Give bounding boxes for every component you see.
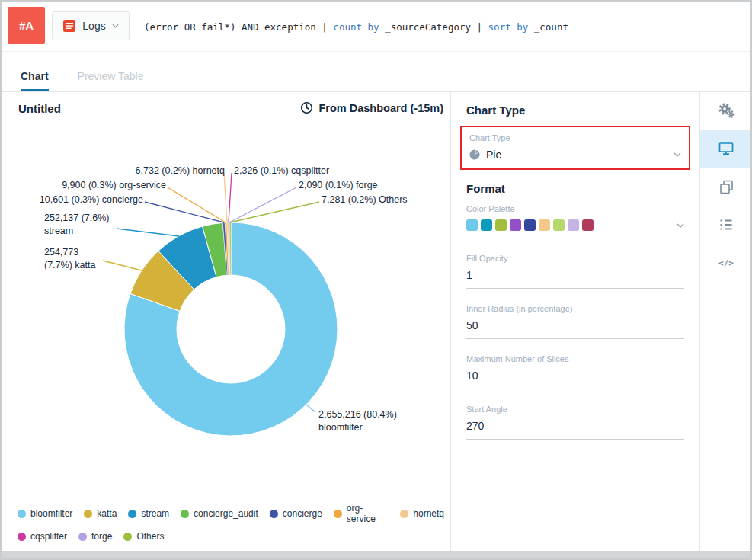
slice-label-org-service: 9,900 (0.3%) org-service bbox=[35, 179, 166, 192]
legend-dot bbox=[270, 510, 278, 518]
slice-label-Others: 7,281 (0.2%) Others bbox=[322, 194, 408, 206]
inner-radius-input[interactable]: 50 bbox=[466, 319, 684, 339]
start-angle-label: Start Angle bbox=[466, 405, 684, 414]
palette-swatch bbox=[466, 219, 478, 231]
panel-editor: #A Logs (error OR fail*) AND exception |… bbox=[0, 0, 752, 560]
slice-label-katta: 254,773(7.7%) katta bbox=[44, 246, 95, 272]
panel-badge: #A bbox=[8, 7, 45, 44]
start-angle-input[interactable]: 270 bbox=[466, 420, 684, 440]
tab-bar: Chart Preview Table bbox=[2, 51, 750, 91]
color-palette-select[interactable] bbox=[466, 219, 684, 238]
palette-swatch bbox=[568, 219, 579, 231]
slice-label-stream: 252,137 (7.6%)stream bbox=[44, 212, 109, 238]
legend-label: forge bbox=[91, 531, 112, 542]
palette-swatch bbox=[481, 219, 492, 231]
legend-dot bbox=[78, 533, 87, 541]
legend-item-cqsplitter[interactable]: cqsplitter bbox=[18, 531, 67, 542]
chart-area: Untitled From Dashboard (-15m) bloomfilt… bbox=[2, 91, 450, 549]
chart-type-value: Pie bbox=[486, 149, 501, 161]
field-start-angle: Start Angle 270 bbox=[466, 405, 684, 440]
legend-item-katta[interactable]: katta bbox=[84, 508, 117, 519]
pie-chart bbox=[2, 91, 450, 549]
pie-chart-icon bbox=[469, 149, 480, 160]
annotation-highlight: Chart Type Pie bbox=[460, 126, 690, 170]
tab-preview-table[interactable]: Preview Table bbox=[78, 70, 144, 91]
chevron-down-icon bbox=[674, 152, 681, 157]
panel-bottom-divider bbox=[2, 549, 750, 549]
legend-item-stream[interactable]: stream bbox=[128, 508, 169, 519]
query-segment: _sourceCategory | bbox=[379, 21, 488, 33]
palette-swatches bbox=[466, 219, 594, 231]
chevron-down-icon bbox=[112, 24, 119, 28]
field-fill-opacity: Fill Opacity 1 bbox=[466, 254, 684, 289]
logs-icon bbox=[62, 19, 76, 33]
chevron-down-icon bbox=[677, 223, 684, 228]
legend-label: concierge bbox=[283, 508, 322, 519]
inner-radius-value: 50 bbox=[466, 319, 478, 331]
display-icon bbox=[718, 142, 734, 155]
field-color-palette: Color Palette bbox=[466, 204, 684, 238]
settings-panel: Chart Type Chart Type Pie Format Color P… bbox=[451, 91, 699, 455]
fill-opacity-input[interactable]: 1 bbox=[466, 269, 684, 289]
code-view-button[interactable]: </> bbox=[700, 244, 752, 282]
legend-dot bbox=[18, 533, 26, 541]
chart-type-select[interactable]: Pie bbox=[469, 149, 681, 168]
legend-item-concierge[interactable]: concierge bbox=[270, 508, 322, 519]
chart-type-heading: Chart Type bbox=[466, 104, 684, 117]
chart-type-label: Chart Type bbox=[469, 133, 681, 142]
legend-label: org-service bbox=[347, 503, 389, 524]
legend-dot bbox=[123, 533, 132, 541]
query-input[interactable]: (error OR fail*) AND exception | count b… bbox=[144, 2, 738, 51]
legend-label: stream bbox=[141, 508, 169, 519]
settings-gear-button[interactable] bbox=[700, 91, 752, 130]
legend-item-org-service[interactable]: org-service bbox=[334, 503, 389, 524]
palette-swatch bbox=[510, 219, 521, 231]
legend-item-bloomfilter[interactable]: bloomfilter bbox=[18, 508, 72, 519]
leader-line-katta bbox=[103, 261, 142, 270]
legend-dot bbox=[18, 510, 26, 518]
format-heading: Format bbox=[466, 182, 684, 195]
legend-dot bbox=[334, 510, 342, 518]
code-icon: </> bbox=[718, 258, 734, 268]
leader-line-concierge bbox=[145, 202, 224, 222]
slice-label-concierge: 10,601 (0.3%) concierge bbox=[12, 194, 143, 206]
fill-opacity-label: Fill Opacity bbox=[466, 254, 684, 263]
copy-icon bbox=[719, 180, 734, 194]
leader-line-cqsplitter bbox=[229, 173, 232, 222]
legend-item-Others[interactable]: Others bbox=[123, 531, 164, 542]
legend-label: hornetq bbox=[413, 508, 444, 519]
query-segment: sort by bbox=[488, 21, 529, 33]
query-segment: (error OR fail*) AND exception | bbox=[144, 21, 333, 33]
leader-line-stream bbox=[117, 229, 179, 236]
list-view-button[interactable] bbox=[700, 206, 752, 244]
leader-line-hornetq bbox=[224, 173, 227, 222]
legend-label: bloomfilter bbox=[30, 508, 72, 519]
palette-swatch bbox=[539, 219, 550, 231]
legend-item-hornetq[interactable]: hornetq bbox=[400, 508, 444, 519]
max-slices-value: 10 bbox=[466, 370, 478, 382]
leader-line-forge bbox=[229, 187, 296, 222]
inner-radius-label: Inner Radius (in percentage) bbox=[466, 304, 684, 313]
palette-swatch bbox=[553, 219, 565, 231]
legend-label: cqsplitter bbox=[30, 531, 67, 542]
query-segment: count by bbox=[333, 21, 379, 33]
source-dropdown[interactable]: Logs bbox=[52, 11, 130, 40]
fill-opacity-value: 1 bbox=[466, 269, 472, 281]
icon-rail: </> bbox=[700, 91, 752, 282]
legend-item-concierge_audit[interactable]: concierge_audit bbox=[181, 508, 258, 519]
max-slices-input[interactable]: 10 bbox=[466, 370, 684, 389]
duplicate-button[interactable] bbox=[700, 168, 752, 206]
field-max-slices: Maximum Number of Slices 10 bbox=[466, 354, 684, 389]
legend-label: Others bbox=[136, 531, 164, 542]
leader-line-org-service bbox=[168, 187, 226, 222]
tab-chart[interactable]: Chart bbox=[21, 70, 49, 91]
legend-dot bbox=[400, 510, 408, 518]
list-icon bbox=[718, 218, 734, 232]
legend-item-forge[interactable]: forge bbox=[78, 531, 112, 542]
display-settings-button[interactable] bbox=[700, 130, 752, 168]
chart-legend: bloomfilterkattastreamconcierge_auditcon… bbox=[18, 503, 444, 549]
color-palette-label: Color Palette bbox=[466, 204, 684, 213]
max-slices-label: Maximum Number of Slices bbox=[466, 354, 684, 363]
slice-label-cqsplitter: 2,326 (0.1%) cqsplitter bbox=[234, 165, 329, 178]
slice-label-bloomfilter: 2,655,216 (80.4%)bloomfilter bbox=[318, 408, 397, 434]
